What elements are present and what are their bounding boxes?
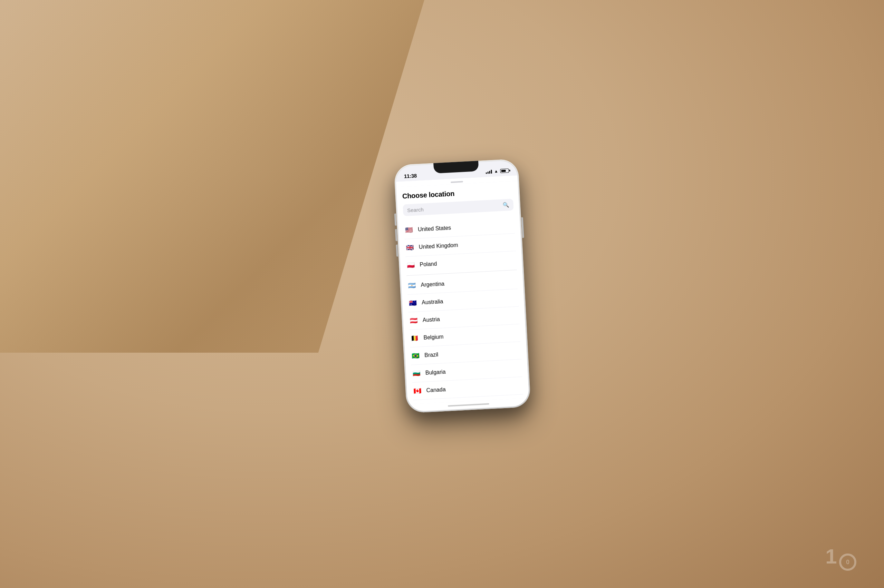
recent-countries-list: 🇺🇸 United States 🇬🇧 United Kingdom 🇵🇱 Po… xyxy=(404,216,517,274)
watermark: 1 0 xyxy=(825,544,856,571)
signal-icon xyxy=(486,170,492,174)
phone-screen: 11:38 ▲ xyxy=(395,160,529,412)
flag-pl: 🇵🇱 xyxy=(406,260,416,270)
watermark-circle-icon: 0 xyxy=(839,554,856,571)
country-name-pl: Poland xyxy=(419,261,437,268)
watermark-text: 1 xyxy=(825,545,836,568)
country-name-us: United States xyxy=(418,225,451,232)
country-name-br: Brazil xyxy=(424,352,439,358)
country-name-ar: Argentina xyxy=(421,281,444,288)
phone-frame: 11:38 ▲ xyxy=(394,159,531,413)
flag-us: 🇺🇸 xyxy=(404,225,414,235)
country-name-au: Australia xyxy=(422,298,444,306)
screen-content: Choose location Search 🔍 🇺🇸 United State… xyxy=(396,175,529,412)
flag-br: 🇧🇷 xyxy=(410,351,421,361)
country-name-ca: Canada xyxy=(426,387,446,394)
wifi-icon: ▲ xyxy=(494,169,498,174)
search-placeholder: Search xyxy=(407,202,503,213)
country-name-uk: United Kingdom xyxy=(418,242,458,250)
phone-mockup: 11:38 ▲ xyxy=(394,159,531,413)
sheet-handle xyxy=(451,181,463,183)
flag-be: 🇧🇪 xyxy=(409,333,419,344)
country-name-bg: Bulgaria xyxy=(425,369,446,376)
flag-au: 🇦🇺 xyxy=(408,298,418,308)
flag-ar: 🇦🇷 xyxy=(407,280,417,291)
status-time: 11:38 xyxy=(404,172,417,179)
battery-icon xyxy=(500,168,509,173)
home-bar xyxy=(448,403,489,406)
flag-bg: 🇧🇬 xyxy=(411,368,421,378)
flag-at: 🇦🇹 xyxy=(409,316,418,326)
search-icon: 🔍 xyxy=(502,201,509,208)
app-content[interactable]: Choose location Search 🔍 🇺🇸 United State… xyxy=(397,181,529,404)
status-icons: ▲ xyxy=(486,168,509,174)
flag-uk: 🇬🇧 xyxy=(405,243,415,253)
country-name-at: Austria xyxy=(422,316,440,323)
flag-ca: 🇨🇦 xyxy=(412,386,422,396)
country-name-be: Belgium xyxy=(423,334,444,341)
all-countries-list: 🇦🇷 Argentina 🇦🇺 Australia 🇦🇹 Austria xyxy=(406,272,527,404)
